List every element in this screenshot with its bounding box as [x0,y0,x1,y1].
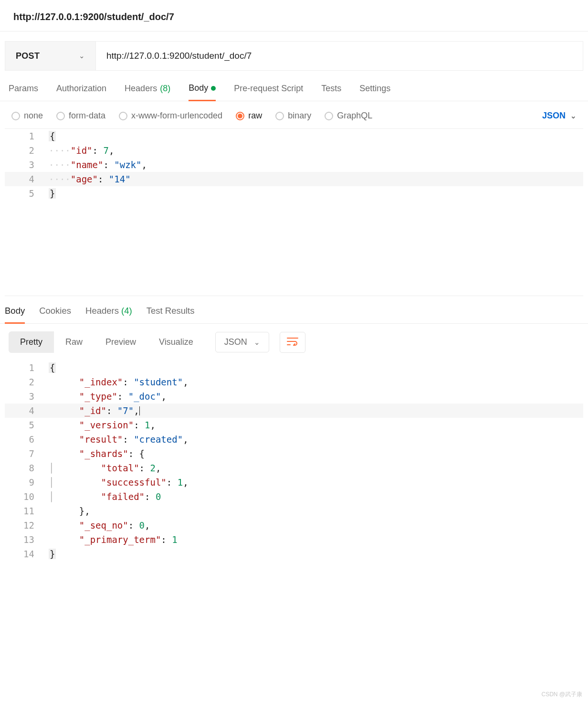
wrap-lines-button[interactable] [280,332,305,353]
line-number: 11 [5,504,49,518]
radio-raw[interactable]: raw [236,111,262,121]
line-number: 2 [5,375,49,389]
response-headers-count: (4) [121,306,132,316]
tab-prerequest[interactable]: Pre-request Script [234,83,303,101]
tab-body[interactable]: Body [189,83,216,101]
headers-count: (8) [160,84,170,94]
tab-headers[interactable]: Headers (8) [125,83,170,101]
line-number: 1 [5,361,49,375]
view-preview-button[interactable]: Preview [94,331,147,353]
view-visualize-button[interactable]: Visualize [147,331,205,353]
body-modified-dot-icon [211,86,216,91]
response-controls: Pretty Raw Preview Visualize JSON⌄ [0,324,588,361]
tab-tests[interactable]: Tests [321,83,341,101]
response-tab-test-results[interactable]: Test Results [147,306,195,323]
line-number: 2 [5,143,49,158]
tab-headers-label: Headers [125,84,157,94]
tab-authorization[interactable]: Authorization [56,83,106,101]
editor-spacer [5,201,583,296]
request-body-editor[interactable]: 1{ 2····"id": 7, 3····"name": "wzk", 4··… [5,128,583,201]
http-method-select[interactable]: POST ⌄ [5,42,96,70]
tab-settings[interactable]: Settings [359,83,390,101]
radio-graphql[interactable]: GraphQL [325,111,372,121]
chevron-down-icon: ⌄ [254,338,260,347]
line-number: 8 [5,461,49,475]
response-format-select[interactable]: JSON⌄ [215,332,269,352]
view-raw-button[interactable]: Raw [54,331,94,353]
response-tab-body[interactable]: Body [5,306,25,324]
line-number: 4 [5,404,49,418]
request-tabs: Params Authorization Headers (8) Body Pr… [0,71,588,101]
line-number: 10 [5,489,49,504]
line-number: 12 [5,518,49,532]
line-number: 6 [5,432,49,446]
radio-none[interactable]: none [11,111,43,121]
body-format-select[interactable]: JSON⌄ [542,111,577,121]
line-number: 1 [5,129,49,143]
response-tab-headers[interactable]: Headers (4) [85,306,132,323]
line-number: 9 [5,475,49,489]
chevron-down-icon: ⌄ [570,112,577,120]
radio-binary[interactable]: binary [275,111,311,121]
page-title: http://127.0.0.1:9200/student/_doc/7 [13,11,575,22]
view-pretty-button[interactable]: Pretty [9,331,54,353]
line-number: 3 [5,158,49,172]
radio-form-data[interactable]: form-data [56,111,105,121]
chevron-down-icon: ⌄ [79,52,85,60]
line-number: 5 [5,418,49,432]
body-type-row: none form-data x-www-form-urlencoded raw… [0,101,588,128]
radio-urlencoded[interactable]: x-www-form-urlencoded [119,111,222,121]
response-tab-cookies[interactable]: Cookies [39,306,71,323]
title-bar: http://127.0.0.1:9200/student/_doc/7 [0,0,588,32]
response-body-viewer[interactable]: 1{ 2 "_index": "student", 3 "_type": "_d… [5,361,583,561]
tab-body-label: Body [189,83,208,93]
response-tabs: Body Cookies Headers (4) Test Results [0,296,588,324]
line-number: 14 [5,547,49,561]
wrap-icon [287,337,298,346]
request-row: POST ⌄ http://127.0.0.1:9200/student/_do… [5,41,583,71]
format-label: JSON [542,111,566,121]
line-number: 4 [5,172,49,186]
url-input[interactable]: http://127.0.0.1:9200/student/_doc/7 [96,42,583,70]
line-number: 7 [5,446,49,461]
tab-params[interactable]: Params [9,83,38,101]
url-text: http://127.0.0.1:9200/student/_doc/7 [106,51,252,61]
http-method: POST [16,51,40,61]
line-number: 3 [5,389,49,404]
line-number: 13 [5,532,49,547]
line-number: 5 [5,186,49,201]
view-mode-segment: Pretty Raw Preview Visualize [9,331,205,353]
